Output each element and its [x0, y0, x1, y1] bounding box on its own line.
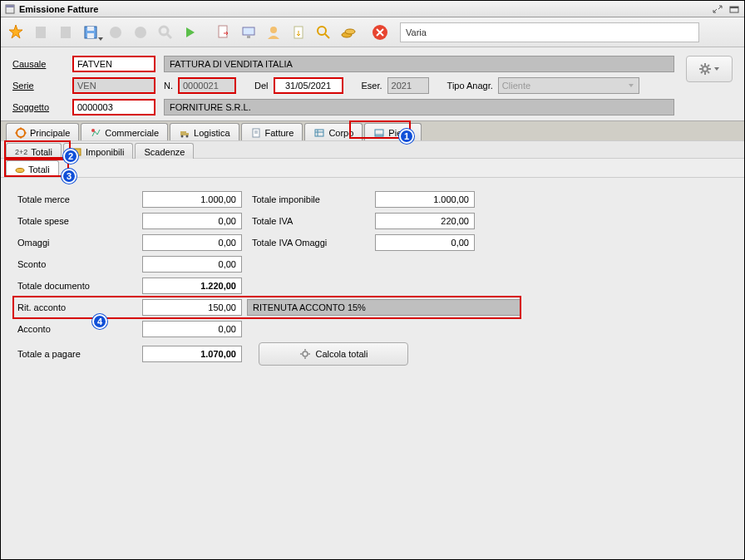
- totale-iva-omaggi-label: Totale IVA Omaggi: [242, 238, 375, 248]
- save-icon[interactable]: [79, 21, 102, 44]
- totale-imponibile-value: 1.000,00: [375, 191, 475, 208]
- forward-icon[interactable]: [179, 21, 202, 44]
- totals-panel: Totale merce 1.000,00 Totale imponibile …: [1, 177, 744, 559]
- chevron-down-icon: [627, 81, 635, 90]
- tabs-subsub: Totali: [1, 159, 744, 177]
- omaggi-label: Omaggi: [17, 238, 142, 248]
- svg-marker-4: [9, 25, 22, 38]
- totale-iva-value: 220,00: [375, 213, 475, 229]
- rit-acconto-desc: RITENUTA ACCONTO 15%: [247, 299, 521, 316]
- tipoanagr-select: Cliente: [498, 77, 639, 94]
- svg-rect-3: [730, 7, 738, 8]
- acconto-value[interactable]: 0,00: [142, 321, 242, 337]
- numero-input[interactable]: 0000021: [178, 77, 236, 94]
- tab-fatture[interactable]: Fatture: [241, 123, 303, 141]
- eser-label: Eser.: [362, 81, 382, 91]
- svg-point-42: [186, 135, 189, 137]
- mode-combo-value: Varia: [406, 27, 427, 37]
- tabs-sub: 2+2 Totali Imponibili Scadenze: [1, 140, 744, 159]
- coins-icon[interactable]: [337, 21, 360, 44]
- acconto-label: Acconto: [17, 324, 142, 334]
- tabs-main: Principale Commerciale Logistica Fatture…: [1, 120, 744, 140]
- eser-input: 2021: [387, 77, 429, 94]
- user-icon[interactable]: [262, 21, 285, 44]
- soggetto-label: Soggetto: [12, 102, 72, 112]
- doc-export-icon[interactable]: [212, 21, 235, 44]
- totale-pagare-value: 1.070,00: [142, 346, 242, 362]
- tab-logistica[interactable]: Logistica: [170, 123, 239, 141]
- causale-input[interactable]: FATVEN: [72, 56, 155, 72]
- svg-rect-16: [247, 36, 250, 38]
- titlebar: Emissione Fatture: [1, 1, 744, 17]
- del-label: Del: [254, 81, 269, 91]
- tab-principale[interactable]: Principale: [6, 123, 79, 141]
- totale-iva-omaggi-value: 0,00: [375, 234, 475, 251]
- window-menu-icon[interactable]: [4, 3, 16, 15]
- svg-rect-5: [36, 27, 46, 38]
- svg-point-22: [345, 29, 355, 34]
- doc-arrow-icon[interactable]: [287, 21, 310, 44]
- mode-combo[interactable]: Varia: [400, 22, 699, 42]
- header-form: Causale FATVEN FATTURA DI VENDITA ITALIA…: [1, 47, 744, 120]
- svg-line-29: [701, 65, 703, 66]
- options-gear-button[interactable]: [686, 56, 733, 82]
- tb-icon-3: [54, 21, 77, 44]
- svg-point-53: [303, 351, 308, 356]
- rit-acconto-label: Rit. acconto: [17, 302, 142, 312]
- svg-rect-1: [6, 5, 14, 7]
- svg-rect-8: [87, 27, 94, 31]
- svg-rect-39: [180, 131, 186, 135]
- gear-icon: [299, 348, 311, 360]
- tb-icon-7: [154, 21, 177, 44]
- rit-acconto-value: 150,00: [142, 299, 242, 316]
- tb-icon-5: [104, 21, 127, 44]
- totale-merce-label: Totale merce: [17, 194, 142, 204]
- svg-rect-6: [61, 27, 71, 38]
- svg-point-17: [270, 27, 277, 33]
- svg-rect-14: [219, 26, 227, 37]
- svg-line-30: [708, 71, 709, 73]
- close-icon[interactable]: [368, 21, 392, 44]
- window-restore-icon[interactable]: [711, 3, 724, 15]
- subsubtab-totali[interactable]: Totali: [6, 160, 59, 177]
- search-doc-icon[interactable]: [312, 21, 335, 44]
- totale-spese-value: 0,00: [142, 213, 242, 229]
- svg-line-32: [701, 71, 703, 73]
- callout-1: 1: [399, 129, 414, 144]
- svg-rect-9: [87, 33, 94, 38]
- del-input[interactable]: 31/05/2021: [274, 77, 343, 94]
- tab-corpo[interactable]: Corpo: [304, 123, 363, 141]
- svg-point-38: [91, 129, 95, 132]
- svg-point-52: [16, 168, 24, 172]
- window-maximize-icon[interactable]: [728, 3, 741, 15]
- totale-iva-label: Totale IVA: [242, 216, 375, 226]
- tb-icon-2: [29, 21, 52, 44]
- tab-commerciale[interactable]: Commerciale: [81, 123, 168, 141]
- wizard-star-icon[interactable]: [4, 21, 27, 44]
- subtab-totali-calc[interactable]: 2+2 Totali: [6, 143, 62, 160]
- numero-label: N.: [164, 81, 173, 91]
- svg-rect-46: [315, 130, 323, 136]
- svg-point-41: [181, 135, 184, 137]
- callout-4: 4: [92, 314, 107, 329]
- totale-spese-label: Totale spese: [17, 216, 142, 226]
- callout-2: 2: [63, 149, 78, 164]
- totale-documento-value: 1.220,00: [142, 278, 242, 294]
- svg-rect-40: [186, 133, 189, 135]
- soggetto-input[interactable]: 0000003: [72, 99, 155, 115]
- window-title: Emissione Fatture: [19, 4, 98, 14]
- doc-screen-icon[interactable]: [237, 21, 260, 44]
- svg-line-13: [167, 34, 171, 38]
- calcola-totali-button[interactable]: Calcola totali: [259, 342, 408, 366]
- callout-3: 3: [62, 169, 76, 184]
- serie-input[interactable]: VEN: [72, 77, 155, 94]
- totale-pagare-label: Totale a pagare: [17, 349, 142, 359]
- svg-rect-15: [243, 27, 254, 35]
- svg-point-10: [110, 27, 121, 38]
- svg-point-11: [135, 27, 146, 38]
- serie-label: Serie: [12, 81, 72, 91]
- tipoanagr-label: Tipo Anagr.: [447, 81, 493, 91]
- totale-imponibile-label: Totale imponibile: [242, 194, 375, 204]
- svg-line-20: [325, 34, 329, 38]
- subtab-scadenze[interactable]: Scadenze: [135, 143, 194, 160]
